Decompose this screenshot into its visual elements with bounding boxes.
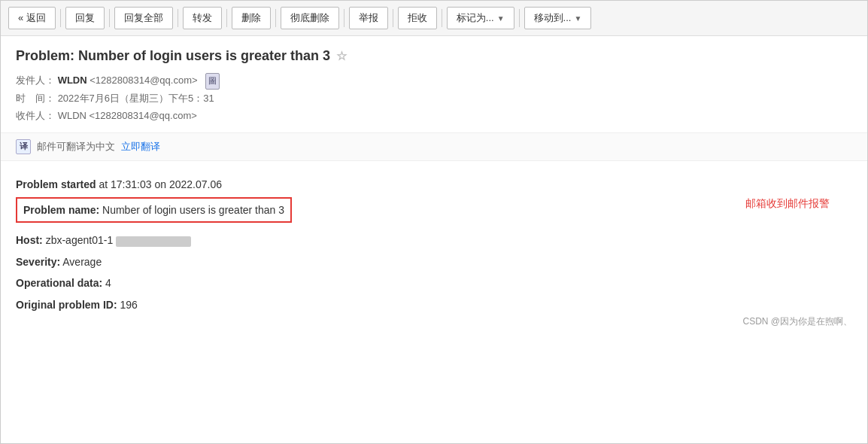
problem-started-value: at 17:31:03 on 2022.07.06: [99, 178, 221, 190]
recipient-row: 收件人： WLDN <1282808314@qq.com>: [16, 107, 852, 124]
original-problem-id-label: Original problem ID:: [16, 299, 117, 311]
separator-2: [109, 9, 110, 27]
recipient-value: WLDN <1282808314@qq.com>: [58, 110, 197, 121]
sender-row: 发件人： WLDN <1282808314@qq.com> 圖: [16, 71, 852, 90]
translate-link[interactable]: 立即翻译: [121, 140, 160, 154]
sender-email: <1282808314@qq.com>: [90, 75, 197, 86]
sender-label: 发件人：: [16, 75, 55, 86]
separator-1: [60, 9, 61, 27]
time-value: 2022年7月6日（星期三）下午5：31: [58, 93, 214, 104]
reject-button[interactable]: 拒收: [398, 7, 437, 29]
footer-note: CSDN @因为你是在煦啊、: [742, 315, 852, 328]
severity-value: Average: [62, 256, 102, 268]
reply-button[interactable]: 回复: [65, 7, 105, 29]
email-body: Problem started at 17:31:03 on 2022.07.0…: [1, 161, 867, 340]
subject-text: Problem: Number of login users is greate…: [16, 48, 330, 64]
address-book-icon[interactable]: 圖: [205, 73, 220, 90]
problem-started-label: Problem started: [16, 178, 96, 190]
sender-name: WLDN: [58, 75, 87, 86]
toolbar: « 返回 回复 回复全部 转发 删除 彻底删除 举报 拒收 标记为... ▼ 移…: [1, 1, 867, 36]
severity-line: Severity: Average: [16, 254, 852, 270]
separator-6: [344, 9, 344, 27]
separator-8: [442, 9, 442, 27]
operational-data-label: Operational data:: [16, 277, 102, 289]
back-button[interactable]: « 返回: [8, 7, 56, 29]
translate-icon: 译: [16, 139, 31, 154]
operational-data-line: Operational data: 4: [16, 275, 852, 291]
forward-button[interactable]: 转发: [183, 7, 222, 29]
separator-3: [178, 9, 178, 27]
email-header: Problem: Number of login users is greate…: [1, 36, 867, 133]
delete-button[interactable]: 删除: [232, 7, 271, 29]
host-blurred: [116, 236, 191, 247]
mark-as-button[interactable]: 标记为... ▼: [447, 7, 514, 29]
problem-name-label: Problem name:: [23, 204, 99, 216]
reply-all-button[interactable]: 回复全部: [114, 7, 173, 29]
host-label: Host:: [16, 234, 43, 246]
separator-5: [275, 9, 276, 27]
report-button[interactable]: 举报: [349, 7, 388, 29]
problem-name-value: Number of login users is greater than 3: [102, 204, 284, 216]
host-value: zbx-agent01-1: [46, 234, 114, 246]
mark-as-arrow-icon: ▼: [497, 14, 505, 23]
email-subject: Problem: Number of login users is greate…: [16, 48, 852, 64]
original-problem-id-line: Original problem ID: 196: [16, 297, 852, 313]
separator-9: [519, 9, 520, 27]
host-line: Host: zbx-agent01-1: [16, 232, 852, 248]
problem-name-box: Problem name: Number of login users is g…: [16, 197, 292, 223]
problem-started-line: Problem started at 17:31:03 on 2022.07.0…: [16, 176, 852, 193]
problem-name-line: Problem name: Number of login users is g…: [16, 197, 852, 227]
star-icon[interactable]: ☆: [336, 49, 347, 63]
time-label: 时 间：: [16, 93, 55, 104]
translate-bar: 译 邮件可翻译为中文 立即翻译: [1, 133, 867, 161]
recipient-label: 收件人：: [16, 110, 55, 121]
email-container: « 返回 回复 回复全部 转发 删除 彻底删除 举报 拒收 标记为... ▼ 移…: [0, 0, 868, 444]
permanent-delete-button[interactable]: 彻底删除: [281, 7, 339, 29]
translate-text: 邮件可翻译为中文: [37, 140, 115, 154]
original-problem-id-value: 196: [120, 299, 137, 311]
move-to-arrow-icon: ▼: [574, 14, 581, 23]
operational-data-value: 4: [105, 277, 111, 289]
separator-4: [226, 9, 227, 27]
time-row: 时 间： 2022年7月6日（星期三）下午5：31: [16, 90, 852, 107]
email-meta: 发件人： WLDN <1282808314@qq.com> 圖 时 间： 202…: [16, 71, 852, 125]
severity-label: Severity:: [16, 256, 60, 268]
separator-7: [393, 9, 393, 27]
move-to-button[interactable]: 移动到... ▼: [524, 7, 592, 29]
annotation-text: 邮箱收到邮件报警: [745, 197, 830, 211]
